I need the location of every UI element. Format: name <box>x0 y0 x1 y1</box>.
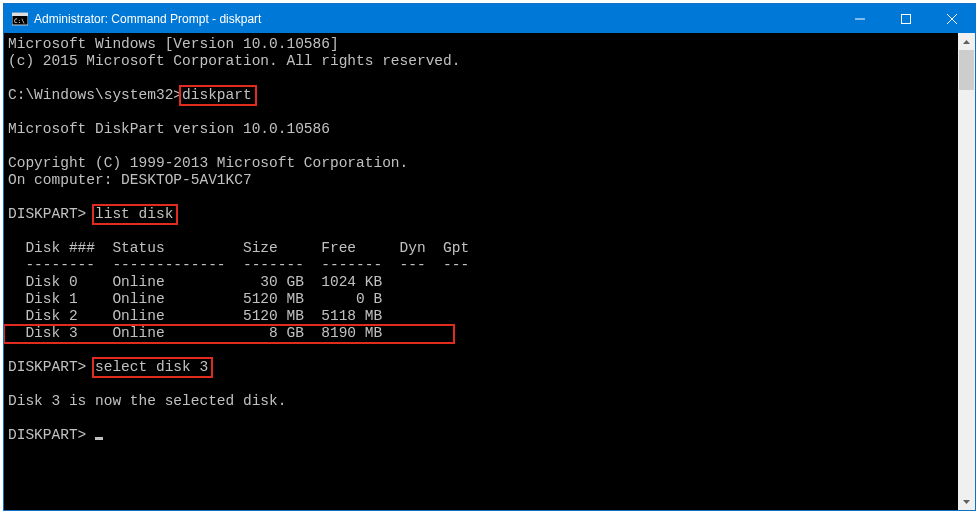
svg-rect-3 <box>902 14 911 23</box>
output-line: Disk 3 is now the selected disk. <box>8 393 286 409</box>
table-row: Disk 1 Online 5120 MB 0 B <box>8 291 382 307</box>
highlighted-command: list disk <box>93 205 177 224</box>
command-prompt-window: C:\ Administrator: Command Prompt - disk… <box>3 3 976 511</box>
diskpart-prompt: DISKPART> <box>8 206 95 222</box>
table-header: Disk ### Status Size Free Dyn Gpt <box>8 240 469 256</box>
highlighted-table-row: Disk 3 Online 8 GB 8190 MB <box>4 325 454 343</box>
window-controls <box>837 4 975 33</box>
client-area: Microsoft Windows [Version 10.0.10586] (… <box>4 33 975 510</box>
titlebar[interactable]: C:\ Administrator: Command Prompt - disk… <box>4 4 975 33</box>
scroll-down-button[interactable] <box>958 493 975 510</box>
text-cursor <box>95 437 103 440</box>
scroll-up-button[interactable] <box>958 33 975 50</box>
prompt-path: C:\Windows\system32> <box>8 87 182 103</box>
highlighted-command: select disk 3 <box>93 358 212 377</box>
table-separator: -------- ------------- ------- ------- -… <box>8 257 469 273</box>
cmd-icon: C:\ <box>12 11 28 27</box>
window-title: Administrator: Command Prompt - diskpart <box>34 12 837 26</box>
output-line: Microsoft Windows [Version 10.0.10586] <box>8 36 339 52</box>
table-row: Disk 0 Online 30 GB 1024 KB <box>8 274 382 290</box>
svg-text:C:\: C:\ <box>14 17 25 24</box>
vertical-scrollbar[interactable] <box>958 33 975 510</box>
scrollbar-thumb[interactable] <box>959 50 974 90</box>
output-line: On computer: DESKTOP-5AV1KC7 <box>8 172 252 188</box>
output-line: (c) 2015 Microsoft Corporation. All righ… <box>8 53 460 69</box>
terminal-output[interactable]: Microsoft Windows [Version 10.0.10586] (… <box>4 33 958 510</box>
output-line: Copyright (C) 1999-2013 Microsoft Corpor… <box>8 155 408 171</box>
maximize-button[interactable] <box>883 4 929 33</box>
highlighted-command: diskpart <box>180 86 256 105</box>
diskpart-prompt: DISKPART> <box>8 359 95 375</box>
output-line: Microsoft DiskPart version 10.0.10586 <box>8 121 330 137</box>
close-button[interactable] <box>929 4 975 33</box>
table-row: Disk 2 Online 5120 MB 5118 MB <box>8 308 382 324</box>
minimize-button[interactable] <box>837 4 883 33</box>
diskpart-prompt: DISKPART> <box>8 427 95 443</box>
svg-rect-1 <box>12 13 28 16</box>
